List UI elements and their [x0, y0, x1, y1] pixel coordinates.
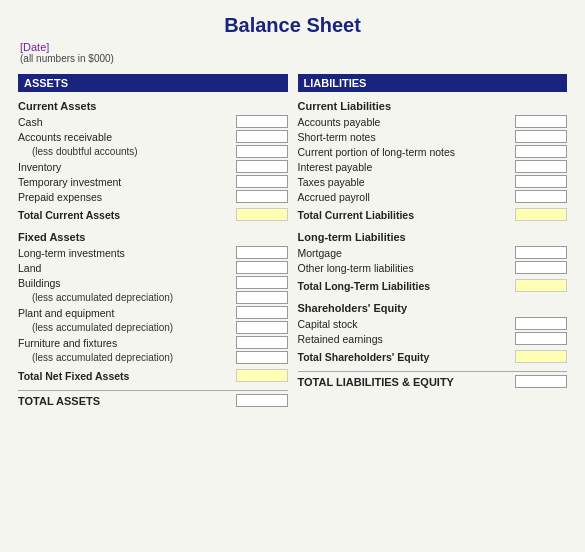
total-liabilities-equity-label: TOTAL LIABILITIES & EQUITY — [298, 376, 516, 388]
item-label: Mortgage — [298, 247, 516, 259]
list-item: Land — [18, 260, 288, 275]
total-current-assets-row: Total Current Assets — [18, 206, 288, 223]
item-label: (less accumulated depreciation) — [18, 322, 236, 333]
total-current-liab-label: Total Current Liabilities — [298, 209, 516, 221]
input-ar[interactable] — [236, 130, 288, 143]
input-lt-invest[interactable] — [236, 246, 288, 259]
list-item: Other long-term liabilities — [298, 260, 568, 275]
list-item: Current portion of long-term notes — [298, 144, 568, 159]
longterm-liabilities-title: Long-term Liabilities — [298, 231, 568, 243]
assets-header: ASSETS — [18, 74, 288, 92]
input-total-equity[interactable] — [515, 350, 567, 363]
total-assets-label: TOTAL ASSETS — [18, 395, 236, 407]
input-prepaid[interactable] — [236, 190, 288, 203]
input-land[interactable] — [236, 261, 288, 274]
input-inventory[interactable] — [236, 160, 288, 173]
list-item: Buildings — [18, 275, 288, 290]
input-interest[interactable] — [515, 160, 567, 173]
input-mortgage[interactable] — [515, 246, 567, 259]
date-label: [Date] — [20, 41, 567, 53]
total-equity-row: Total Shareholders' Equity — [298, 348, 568, 365]
input-total-current-assets[interactable] — [236, 208, 288, 221]
list-item: Taxes payable — [298, 174, 568, 189]
total-longterm-liabilities-row: Total Long-Term Liabilities — [298, 277, 568, 294]
item-label: Accounts payable — [298, 116, 516, 128]
list-item: Short-term notes — [298, 129, 568, 144]
input-ap[interactable] — [515, 115, 567, 128]
item-label: Retained earnings — [298, 333, 516, 345]
page: Balance Sheet [Date] (all numbers in $00… — [0, 0, 585, 552]
item-label: Cash — [18, 116, 236, 128]
input-total-current-liab[interactable] — [515, 208, 567, 221]
input-accrued[interactable] — [515, 190, 567, 203]
total-current-liabilities-row: Total Current Liabilities — [298, 206, 568, 223]
fixed-assets-title: Fixed Assets — [18, 231, 288, 243]
total-fixed-assets-label: Total Net Fixed Assets — [18, 370, 236, 382]
list-item: Furniture and fixtures — [18, 335, 288, 350]
input-temp-invest[interactable] — [236, 175, 288, 188]
input-cash[interactable] — [236, 115, 288, 128]
item-label: Temporary investment — [18, 176, 236, 188]
item-label: Land — [18, 262, 236, 274]
input-total-assets[interactable] — [236, 394, 288, 407]
item-label: (less accumulated depreciation) — [18, 352, 236, 363]
item-label: (less accumulated depreciation) — [18, 292, 236, 303]
subtitle: (all numbers in $000) — [20, 53, 567, 64]
list-item: Temporary investment — [18, 174, 288, 189]
input-total-fixed-assets[interactable] — [236, 369, 288, 382]
item-label: Inventory — [18, 161, 236, 173]
item-label: Accrued payroll — [298, 191, 516, 203]
list-item: Cash — [18, 114, 288, 129]
input-other-lt[interactable] — [515, 261, 567, 274]
input-total-longterm-liab[interactable] — [515, 279, 567, 292]
assets-column: ASSETS Current Assets Cash Accounts rece… — [18, 74, 288, 410]
input-furniture-dep[interactable] — [236, 351, 288, 364]
list-item: Plant and equipment — [18, 305, 288, 320]
item-label: Taxes payable — [298, 176, 516, 188]
input-capital[interactable] — [515, 317, 567, 330]
list-item: Long-term investments — [18, 245, 288, 260]
list-item: (less accumulated depreciation) — [18, 350, 288, 365]
item-label: Prepaid expenses — [18, 191, 236, 203]
liabilities-header: LIABILITIES — [298, 74, 568, 92]
input-doubtful[interactable] — [236, 145, 288, 158]
input-buildings-dep[interactable] — [236, 291, 288, 304]
input-current-lt[interactable] — [515, 145, 567, 158]
input-taxes[interactable] — [515, 175, 567, 188]
total-fixed-assets-row: Total Net Fixed Assets — [18, 367, 288, 384]
list-item: Retained earnings — [298, 331, 568, 346]
item-label: Other long-term liabilities — [298, 262, 516, 274]
item-label: Capital stock — [298, 318, 516, 330]
item-label: Accounts receivable — [18, 131, 236, 143]
total-longterm-liab-label: Total Long-Term Liabilities — [298, 280, 516, 292]
list-item: Interest payable — [298, 159, 568, 174]
input-plant-dep[interactable] — [236, 321, 288, 334]
list-item: Mortgage — [298, 245, 568, 260]
list-item: Capital stock — [298, 316, 568, 331]
total-current-assets-label: Total Current Assets — [18, 209, 236, 221]
total-assets-row: TOTAL ASSETS — [18, 390, 288, 410]
item-label: Plant and equipment — [18, 307, 236, 319]
page-title: Balance Sheet — [18, 14, 567, 37]
input-retained[interactable] — [515, 332, 567, 345]
current-assets-title: Current Assets — [18, 100, 288, 112]
total-liabilities-equity-row: TOTAL LIABILITIES & EQUITY — [298, 371, 568, 391]
input-st-notes[interactable] — [515, 130, 567, 143]
input-furniture[interactable] — [236, 336, 288, 349]
input-buildings[interactable] — [236, 276, 288, 289]
list-item: (less accumulated depreciation) — [18, 320, 288, 335]
input-total-liab-equity[interactable] — [515, 375, 567, 388]
liabilities-column: LIABILITIES Current Liabilities Accounts… — [298, 74, 568, 410]
list-item: Accounts payable — [298, 114, 568, 129]
input-plant[interactable] — [236, 306, 288, 319]
item-label: Buildings — [18, 277, 236, 289]
list-item: Inventory — [18, 159, 288, 174]
item-label: Interest payable — [298, 161, 516, 173]
item-label: Long-term investments — [18, 247, 236, 259]
item-label: Short-term notes — [298, 131, 516, 143]
item-label: (less doubtful accounts) — [18, 146, 236, 157]
current-liabilities-title: Current Liabilities — [298, 100, 568, 112]
list-item: (less doubtful accounts) — [18, 144, 288, 159]
list-item: (less accumulated depreciation) — [18, 290, 288, 305]
item-label: Furniture and fixtures — [18, 337, 236, 349]
